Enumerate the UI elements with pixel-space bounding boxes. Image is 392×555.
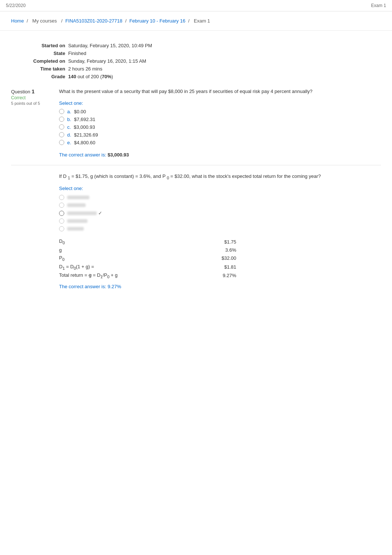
completed-on-value: Sunday, February 16, 2020, 1:15 AM (68, 57, 156, 65)
radio-1b[interactable] (59, 117, 64, 122)
radio-1e[interactable] (59, 140, 64, 145)
answer-row-g: g 3.6% (59, 246, 236, 254)
blurred-radio-4[interactable] (59, 218, 64, 224)
blurred-radio-5[interactable] (59, 226, 64, 231)
option-1e[interactable]: e. $4,800.60 (59, 140, 381, 145)
page-title: Exam 1 (371, 3, 386, 8)
blurred-radio-3[interactable] (59, 211, 64, 216)
answer-value-total: 9.27% (181, 271, 236, 280)
grade-label: Grade (33, 73, 68, 80)
main-content: Started on Saturday, February 15, 2020, … (0, 31, 392, 304)
breadcrumb: Home / My courses / FINA5103Z01-2020-277… (0, 11, 392, 31)
blurred-text-3 (67, 211, 97, 215)
correct-answer-prefix: The correct answer is: (59, 152, 108, 158)
blurred-text-2 (67, 203, 86, 207)
radio-1a[interactable] (59, 109, 64, 114)
top-bar: 5/22/2020 Exam 1 (0, 0, 392, 11)
breadcrumb-sep1: / (27, 18, 29, 24)
question-1-section: Question 1 Correct 5 points out of 5 Wha… (11, 88, 381, 158)
question-2-body: If D 1 = $1.75, g (which is constant) = … (59, 173, 381, 289)
blurred-text-5 (67, 227, 84, 231)
time-taken-label: Time taken (33, 65, 68, 73)
answer-value-d1: $1.81 (181, 263, 236, 272)
option-1b[interactable]: b. $7,692.31 (59, 117, 381, 122)
blurred-radio-1[interactable] (59, 195, 64, 200)
page-date: 5/22/2020 (6, 3, 25, 8)
question-2-section: If D 1 = $1.75, g (which is constant) = … (11, 173, 381, 289)
started-on-label: Started on (33, 42, 68, 49)
breadcrumb-week[interactable]: February 10 - February 16 (129, 18, 185, 24)
question-2-answer-line: The correct answer is: 9.27% (59, 284, 381, 289)
answer-label-g: g (59, 246, 181, 254)
started-on-value: Saturday, February 15, 2020, 10:49 PM (68, 42, 156, 49)
time-taken-value: 2 hours 26 mins (68, 65, 156, 73)
breadcrumb-my-courses: My courses (32, 18, 57, 24)
q2-correct-prefix: The correct answer is: (59, 284, 108, 289)
option-1d[interactable]: d. $21,326.69 (59, 132, 381, 138)
answer-label-d1: D1 = D0(1 + g) = (59, 263, 181, 272)
question-1-answer-line: The correct answer is: $3,000.93 (59, 152, 381, 158)
question-2-meta (11, 173, 59, 289)
option-1a[interactable]: a. $0.00 (59, 109, 381, 114)
question-1-correct: Correct (11, 95, 59, 100)
answer-label-d0: D0 (59, 237, 181, 246)
radio-1d[interactable] (59, 132, 64, 137)
answer-row-d1: D1 = D0(1 + g) = $1.81 (59, 263, 236, 272)
answer-label-total: Total return = ꞡ = D1/P0 + g (59, 271, 181, 280)
state-value: Finished (68, 49, 156, 57)
question-2-text: If D 1 = $1.75, g (which is constant) = … (59, 173, 381, 181)
blurred-option-5[interactable] (59, 226, 381, 231)
question-1-meta: Question 1 Correct 5 points out of 5 (11, 88, 59, 158)
answer-row-p0: P0 $32.00 (59, 254, 236, 263)
question-1-points: 5 points out of 5 (11, 101, 59, 106)
question-2-blurred-options: ✓ (59, 195, 381, 231)
blurred-text-1 (67, 196, 89, 199)
blurred-option-3[interactable]: ✓ (59, 210, 381, 216)
question-1-text: What is the present value of a security … (59, 88, 381, 95)
option-1c[interactable]: c. $3,000.93 (59, 124, 381, 130)
breadcrumb-sep3: / (125, 18, 128, 24)
breadcrumb-sep2: / (61, 18, 64, 24)
grade-value: 140 out of 200 (70%) (68, 73, 156, 80)
correct-answer-value: $3,000.93 (108, 152, 129, 158)
blurred-option-1[interactable] (59, 195, 381, 200)
completed-on-label: Completed on (33, 57, 68, 65)
question-1-number: Question 1 (11, 89, 59, 94)
state-label: State (33, 49, 68, 57)
answer-label-p0: P0 (59, 254, 181, 263)
blurred-radio-2[interactable] (59, 203, 64, 208)
breadcrumb-sep4: / (188, 18, 191, 24)
question-1-select-label: Select one: (59, 100, 381, 106)
q2-correct-value: 9.27% (108, 284, 121, 289)
breadcrumb-course[interactable]: FINA5103Z01-2020-27718 (65, 18, 123, 24)
answer-value-p0: $32.00 (181, 254, 236, 263)
question-1-options: a. $0.00 b. $7,692.31 c. $3,000.93 d. $2… (59, 109, 381, 145)
answer-row-total: Total return = ꞡ = D1/P0 + g 9.27% (59, 271, 236, 280)
blurred-option-4[interactable] (59, 218, 381, 224)
question-1-body: What is the present value of a security … (59, 88, 381, 158)
answer-value-d0: $1.75 (181, 237, 236, 246)
exam-info-table: Started on Saturday, February 15, 2020, … (33, 42, 156, 80)
answer-value-g: 3.6% (181, 246, 236, 254)
radio-1c[interactable] (59, 124, 64, 130)
blurred-option-2[interactable] (59, 203, 381, 208)
blurred-text-4 (67, 219, 87, 223)
breadcrumb-exam: Exam 1 (194, 18, 210, 24)
answer-breakdown-table: D0 $1.75 g 3.6% P0 $32.00 D1 = D0(1 + g)… (59, 237, 236, 280)
answer-row-d0: D0 $1.75 (59, 237, 236, 246)
breadcrumb-home[interactable]: Home (11, 18, 24, 24)
section-divider (11, 165, 381, 165)
checkmark-icon: ✓ (98, 210, 102, 216)
question-2-select-label: Select one: (59, 186, 381, 191)
